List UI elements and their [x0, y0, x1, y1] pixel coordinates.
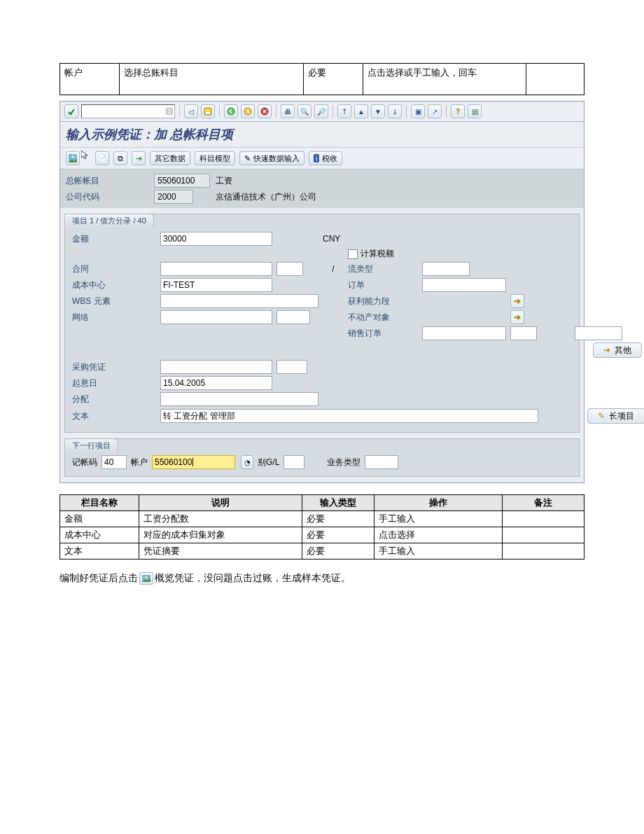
separator-icon	[276, 105, 276, 118]
value-date-label: 起息日	[72, 377, 156, 389]
f4-help-icon[interactable]: ◔	[241, 455, 253, 469]
svg-point-3	[227, 108, 234, 115]
order-label: 订单	[348, 279, 418, 291]
last-page-icon[interactable]: ⤓	[388, 104, 402, 118]
header-area: 总帐帐目 55060100 工资 公司代码 2000 京信通信技术（广州）公司	[60, 169, 584, 208]
table-row: 文本 凭证摘要 必要 手工输入	[60, 543, 584, 560]
print-icon[interactable]: 🖶	[281, 104, 295, 118]
assignment-input[interactable]	[160, 392, 318, 406]
calc-tax-checkbox[interactable]	[348, 249, 358, 259]
text-label: 文本	[72, 410, 156, 422]
footnote-b: 概览凭证，没问题点击过账，生成样本凭证。	[155, 572, 351, 585]
long-item-button[interactable]: ✎ 长项目	[587, 408, 644, 424]
exit-icon[interactable]	[241, 104, 255, 118]
th-note: 备注	[503, 495, 584, 511]
gl-account-desc: 工资	[214, 175, 375, 187]
contract-input[interactable]	[160, 262, 272, 276]
copy-icon[interactable]: ⧉	[113, 151, 127, 165]
real-estate-arrow-icon[interactable]: ➔	[510, 310, 524, 324]
value-date-input[interactable]: 15.04.2005	[160, 376, 272, 390]
flow-type-input[interactable]	[422, 262, 470, 276]
separator-icon	[406, 105, 407, 118]
save-icon[interactable]	[201, 104, 215, 118]
account-model-button[interactable]: 科目模型	[195, 151, 235, 165]
th-op: 操作	[374, 495, 503, 511]
command-field[interactable]	[81, 104, 175, 118]
back-icon[interactable]	[224, 104, 238, 118]
prof-seg-label: 获利能力段	[348, 296, 418, 307]
fast-entry-button[interactable]: ✎ 快速数据输入	[239, 151, 304, 165]
session-icon[interactable]: ▣	[411, 104, 425, 118]
order-input[interactable]	[422, 278, 506, 292]
amount-label: 金额	[72, 233, 156, 245]
trans-type-input[interactable]	[365, 455, 398, 469]
wbs-label: WBS 元素	[72, 296, 156, 307]
sap-screenshot: ◁ 🖶 🔍 🔎 ⤒ ▲ ▼ ⤓ ▣ ↗	[59, 101, 584, 483]
doc-table-fields: 栏目名称 说明 输入类型 操作 备注 金额 工资分配数 必要 手工输入 成本中心…	[59, 494, 584, 560]
cursor-icon	[81, 151, 88, 160]
enter-icon[interactable]	[64, 104, 78, 118]
sap-title: 输入示例凭证：加 总帐科目项	[60, 122, 584, 148]
separator-icon	[446, 105, 447, 118]
th-name: 栏目名称	[60, 495, 139, 511]
account-label: 帐户	[131, 457, 148, 468]
svg-point-9	[145, 576, 148, 579]
cell-op: 点击选择或手工输入，回车	[363, 64, 526, 95]
arrow-right-icon: ➔	[603, 345, 610, 355]
store-icon[interactable]: 📄	[95, 151, 109, 165]
execute-icon[interactable]: ➔	[132, 151, 146, 165]
text-input[interactable]: 转 工资分配 管理部	[160, 409, 538, 423]
local-layout-icon[interactable]: ▤	[468, 104, 482, 118]
network-input2[interactable]	[276, 310, 310, 324]
cell-note	[526, 64, 584, 95]
separator-icon	[332, 105, 333, 118]
company-code-value: 2000	[154, 190, 193, 204]
pencil-icon: ✎	[598, 411, 605, 421]
separator-icon	[219, 105, 220, 118]
amount-input[interactable]: 30000	[160, 232, 272, 246]
account-input[interactable]: 55060100	[152, 455, 235, 469]
po-label: 采购凭证	[72, 361, 156, 373]
posting-key-label: 记帐码	[72, 457, 97, 468]
slash: /	[323, 264, 344, 274]
network-input[interactable]	[160, 310, 272, 324]
cell-desc: 选择总账科目	[120, 64, 304, 95]
cancel-icon[interactable]	[258, 104, 272, 118]
tax-button[interactable]: i 税收	[309, 151, 342, 165]
table-row: 金额 工资分配数 必要 手工输入	[60, 511, 584, 527]
assignment-label: 分配	[72, 394, 156, 405]
network-label: 网络	[72, 312, 156, 324]
cost-center-label: 成本中心	[72, 279, 156, 291]
gl-account-label: 总帐帐目	[66, 175, 150, 187]
app-toolbar: 📄 ⧉ ➔ 其它数据 科目模型 ✎ 快速数据输入 i 税收	[60, 148, 584, 169]
help-icon[interactable]: ?	[451, 104, 465, 118]
item-tabstrip: 项目 1 / 借方分录 / 40 金额 30000 CNY 计算税额 合同	[64, 214, 580, 433]
nav-prev-icon[interactable]: ◁	[184, 104, 198, 118]
find-next-icon[interactable]: 🔎	[314, 104, 328, 118]
contract-input2[interactable]	[276, 262, 303, 276]
nextline-tab[interactable]: 下一行项目	[64, 438, 118, 452]
sales-order-input[interactable]	[422, 326, 506, 340]
first-page-icon[interactable]: ⤒	[337, 104, 351, 118]
cost-center-input[interactable]: FI-TEST	[160, 278, 272, 292]
company-code-label: 公司代码	[66, 191, 150, 203]
shortcut-icon[interactable]: ↗	[428, 104, 442, 118]
find-icon[interactable]: 🔍	[298, 104, 312, 118]
item-tab[interactable]: 项目 1 / 借方分录 / 40	[64, 214, 154, 228]
prof-seg-arrow-icon[interactable]: ➔	[510, 294, 524, 308]
po-input[interactable]	[160, 360, 272, 374]
sales-order-input2[interactable]	[510, 326, 537, 340]
trans-type-label: 业务类型	[327, 457, 360, 468]
page-up-icon[interactable]: ▲	[354, 104, 368, 118]
po-input2[interactable]	[276, 360, 307, 374]
sales-order-input3[interactable]	[575, 326, 622, 340]
other-data-button[interactable]: 其它数据	[150, 151, 190, 165]
other-button[interactable]: ➔ 其他	[593, 342, 642, 358]
wbs-input[interactable]	[160, 294, 318, 308]
th-desc: 说明	[139, 495, 302, 511]
gl-account-value: 55060100	[154, 174, 210, 188]
sgl-input[interactable]	[284, 455, 304, 469]
page-down-icon[interactable]: ▼	[371, 104, 385, 118]
overview-icon[interactable]	[66, 151, 80, 165]
posting-key-input[interactable]: 40	[102, 455, 127, 469]
